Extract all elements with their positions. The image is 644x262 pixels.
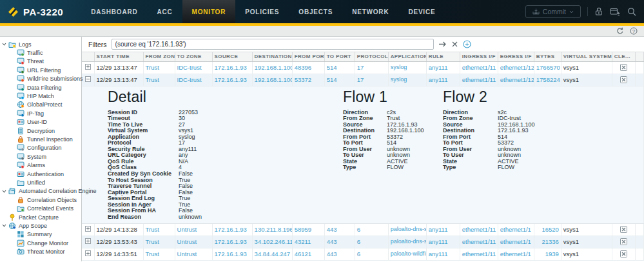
sidebar-item-automated-correlation-engine[interactable]: Automated Correlation Engine xyxy=(0,187,81,196)
cell-to-zone-link[interactable]: Untrust xyxy=(177,226,197,233)
cell-to-zone-link[interactable]: Untrust xyxy=(177,238,197,245)
col-header-egress-if[interactable]: EGRESS I/F xyxy=(498,52,534,61)
sidebar-item-ip-tag[interactable]: IP-Tag xyxy=(0,109,81,117)
clear-log-icon[interactable] xyxy=(620,226,627,233)
col-header-from-zone[interactable]: FROM ZONE xyxy=(143,52,175,61)
sidebar-item-change-monitor[interactable]: Change Monitor xyxy=(0,239,81,247)
apply-filter-icon[interactable] xyxy=(438,41,447,48)
sidebar-item-data-filtering[interactable]: Data Filtering xyxy=(0,83,81,92)
col-header-clear[interactable]: CLE... xyxy=(612,52,635,61)
cell-from-port-link[interactable]: 48396 xyxy=(295,64,311,71)
collapse-row-toggle[interactable] xyxy=(82,74,94,86)
sidebar-item-correlated-events[interactable]: Correlated Events xyxy=(0,204,81,212)
cell-protocol-link[interactable]: 17 xyxy=(357,76,364,83)
cell-ingress-link[interactable]: ethernet1/11 xyxy=(462,250,496,257)
cell-egress-link[interactable]: ethernet1/12 xyxy=(500,76,534,83)
cell-egress-link[interactable]: ethernet1/1 xyxy=(500,226,531,233)
col-header-source[interactable]: SOURCE xyxy=(212,52,252,61)
clear-filter-icon[interactable] xyxy=(451,41,458,48)
sidebar-item-alarms[interactable]: Alarms xyxy=(0,161,81,169)
col-header-bytes[interactable]: BYTES xyxy=(534,52,561,61)
cell-bytes-link[interactable]: 1939 xyxy=(545,250,559,257)
cell-to-port-link[interactable]: 443 xyxy=(327,226,337,233)
col-header-ingress-if[interactable]: INGRESS I/F xyxy=(460,52,498,61)
clear-log-icon[interactable] xyxy=(620,76,627,83)
tab-dashboard[interactable]: DASHBOARD xyxy=(81,0,147,23)
cell-application-link[interactable]: paloalto-dns-security xyxy=(391,238,427,245)
expand-row-toggle[interactable] xyxy=(82,61,94,74)
cell-to-zone-link[interactable]: IDC-trust xyxy=(177,76,202,83)
cell-source-link[interactable]: 172.16.1.93 xyxy=(215,238,247,245)
cell-application-link[interactable]: syslog xyxy=(391,64,407,70)
sidebar-item-unified[interactable]: Unified xyxy=(0,178,81,186)
cell-to-port-link[interactable]: 514 xyxy=(327,76,337,83)
cell-bytes-link[interactable]: 1766570 xyxy=(536,64,560,71)
sidebar-item-threat-monitor[interactable]: Threat Monitor xyxy=(0,247,81,256)
search-icon[interactable] xyxy=(627,7,636,16)
sidebar-item-app-scope[interactable]: App Scope xyxy=(0,221,81,230)
sidebar-item-configuration[interactable]: Configuration xyxy=(0,144,81,152)
cell-bytes-link[interactable]: 21336 xyxy=(542,238,558,245)
cell-rule-link[interactable]: any111 xyxy=(429,250,448,257)
sidebar-item-packet-capture[interactable]: Packet Capture xyxy=(0,213,81,221)
cell-bytes-link[interactable]: 16520 xyxy=(542,226,558,233)
cell-rule-link[interactable]: any111 xyxy=(429,76,448,83)
cell-bytes-link[interactable]: 1758224 xyxy=(536,76,560,83)
cell-from-port-link[interactable]: 43211 xyxy=(295,238,311,245)
cell-destination-link[interactable]: 34.102.246.111 xyxy=(255,238,293,245)
tab-network[interactable]: NETWORK xyxy=(342,0,398,23)
cell-source-link[interactable]: 172.16.1.93 xyxy=(215,226,247,233)
cell-ingress-link[interactable]: ethernet1/11 xyxy=(462,64,496,71)
cell-to-port-link[interactable]: 443 xyxy=(327,238,337,245)
cell-application-link[interactable]: paloalto-dns-security xyxy=(391,226,427,232)
commit-button[interactable]: Commit xyxy=(525,5,581,18)
cell-from-port-link[interactable]: 46121 xyxy=(295,250,311,257)
col-header-start-time[interactable]: START TIME xyxy=(94,52,143,61)
sidebar-item-tunnel-inspection[interactable]: Tunnel Inspection xyxy=(0,135,81,143)
expand-row-toggle[interactable] xyxy=(82,236,94,248)
expand-row-toggle[interactable] xyxy=(82,223,94,236)
cell-protocol-link[interactable]: 6 xyxy=(357,238,360,245)
chevron-down-icon[interactable] xyxy=(2,43,8,46)
cell-application-link[interactable]: paloalto-wildfire-cloud xyxy=(391,250,427,257)
chevron-down-icon[interactable] xyxy=(2,190,8,193)
tab-objects[interactable]: OBJECTS xyxy=(289,0,342,23)
cell-egress-link[interactable]: ethernet1/12 xyxy=(500,64,534,71)
sidebar-item-authentication[interactable]: Authentication xyxy=(0,170,81,178)
refresh-icon[interactable] xyxy=(616,27,624,35)
cell-to-zone-link[interactable]: IDC-trust xyxy=(177,64,202,71)
cell-ingress-link[interactable]: ethernet1/11 xyxy=(462,76,496,83)
tab-device[interactable]: DEVICE xyxy=(398,0,445,23)
cell-from-port-link[interactable]: 53372 xyxy=(295,76,311,83)
cell-from-zone-link[interactable]: Trust xyxy=(146,250,159,257)
col-header-from-port[interactable]: FROM PORT xyxy=(292,52,324,61)
cell-rule-link[interactable]: any111 xyxy=(429,64,448,71)
col-header-destination[interactable]: DESTINATION xyxy=(252,52,292,61)
cell-from-zone-link[interactable]: Trust xyxy=(146,76,159,83)
cell-ingress-link[interactable]: ethernet1/11 xyxy=(462,238,496,245)
cell-to-zone-link[interactable]: Untrust xyxy=(177,250,197,257)
sidebar-item-threat[interactable]: Threat xyxy=(0,57,81,66)
cell-rule-link[interactable]: any111 xyxy=(429,238,448,245)
sidebar-item-hip-match[interactable]: HIP Match xyxy=(0,92,81,100)
col-header-protocol[interactable]: PROTOCOL xyxy=(355,52,388,61)
cell-destination-link[interactable]: 192.168.1.100 xyxy=(255,76,293,83)
clear-log-icon[interactable] xyxy=(620,238,627,245)
cell-from-port-link[interactable]: 58959 xyxy=(295,226,311,233)
cell-from-zone-link[interactable]: Trust xyxy=(146,238,159,245)
sidebar-item-globalprotect[interactable]: GlobalProtect xyxy=(0,101,81,109)
cell-destination-link[interactable]: 34.84.44.247 xyxy=(255,250,290,257)
tab-acc[interactable]: ACC xyxy=(148,0,182,23)
col-header-to-zone[interactable]: TO ZONE xyxy=(175,52,212,61)
cell-ingress-link[interactable]: ethernet1/11 xyxy=(462,226,496,233)
cell-to-port-link[interactable]: 514 xyxy=(327,64,337,71)
cell-source-link[interactable]: 172.16.1.93 xyxy=(215,76,247,83)
clear-log-icon[interactable] xyxy=(620,64,627,71)
tab-policies[interactable]: POLICIES xyxy=(235,0,289,23)
col-header-virtual-system[interactable]: VIRTUAL SYSTEM xyxy=(561,52,612,61)
cell-from-zone-link[interactable]: Trust xyxy=(146,64,159,71)
chevron-down-icon[interactable] xyxy=(2,224,8,227)
cell-rule-link[interactable]: any111 xyxy=(429,226,448,233)
sidebar-item-traffic[interactable]: Traffic xyxy=(0,48,81,57)
cell-egress-link[interactable]: ethernet1/1 xyxy=(500,250,531,257)
